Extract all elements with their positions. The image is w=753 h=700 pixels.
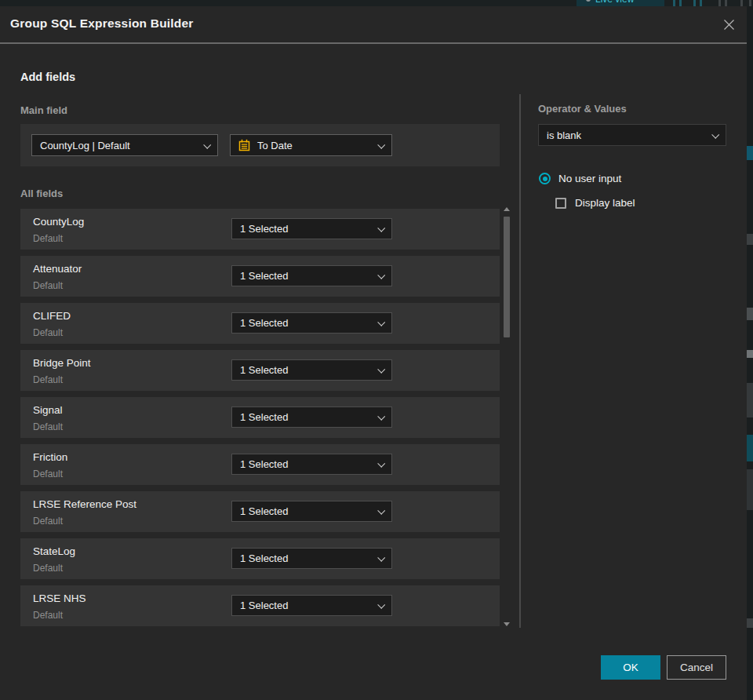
chevron-down-icon <box>203 140 211 148</box>
no-user-input-radio[interactable] <box>539 173 551 184</box>
dialog-title: Group SQL Expression Builder <box>10 16 194 31</box>
main-field-select-value: CountyLog | Default <box>40 140 130 151</box>
series-bar-icon <box>718 0 721 6</box>
field-layer-sub-label: Default <box>33 563 63 574</box>
add-fields-heading: Add fields <box>20 71 75 83</box>
field-layer-sub-label: Default <box>33 468 63 479</box>
field-selection-value: 1 Selected <box>240 364 288 376</box>
field-selection-select[interactable]: 1 Selected <box>231 218 392 239</box>
display-label-option[interactable]: Display label <box>555 197 635 209</box>
underlying-app-right-edge <box>747 6 753 700</box>
field-layer-sub-label: Default <box>33 327 63 338</box>
list-scrollbar[interactable] <box>503 206 512 629</box>
field-selection-select[interactable]: 1 Selected <box>231 407 392 428</box>
all-fields-label: All fields <box>20 188 63 199</box>
underlay-fragment <box>747 234 753 245</box>
field-name: LRSE NHS <box>33 592 86 604</box>
display-label-text: Display label <box>575 197 635 209</box>
chevron-down-icon <box>377 366 385 374</box>
field-selection-value: 1 Selected <box>240 270 288 282</box>
live-view-button[interactable]: Live view <box>577 0 664 6</box>
operator-select-value: is blank <box>547 129 581 141</box>
field-row: Signal Default 1 Selected <box>20 397 500 438</box>
field-selection-select[interactable]: 1 Selected <box>231 312 392 334</box>
chevron-down-icon <box>377 224 385 232</box>
field-selection-select[interactable]: 1 Selected <box>231 265 392 286</box>
field-name: Friction <box>33 451 67 463</box>
no-user-input-option[interactable]: No user input <box>539 173 621 184</box>
underlying-app-top-edge: Live view <box>0 0 753 6</box>
field-row: CLIFED Default 1 Selected <box>20 303 500 344</box>
field-selection-value: 1 Selected <box>240 223 288 235</box>
underlay-fragment <box>747 383 753 417</box>
chevron-down-icon <box>377 554 385 562</box>
underlay-fragment <box>747 435 753 461</box>
scrollbar-thumb[interactable] <box>504 217 510 337</box>
field-selection-value: 1 Selected <box>240 600 288 611</box>
dialog-header: Group SQL Expression Builder <box>0 6 747 44</box>
underlay-fragment <box>747 146 753 160</box>
panel-divider <box>519 94 521 628</box>
chevron-down-icon <box>377 601 385 609</box>
date-type-select-value: To Date <box>257 140 293 151</box>
chevron-down-icon <box>377 507 385 515</box>
no-user-input-label: No user input <box>558 173 621 184</box>
field-layer-sub-label: Default <box>33 516 63 527</box>
field-layer-sub-label: Default <box>33 610 63 621</box>
field-layer-sub-label: Default <box>33 421 63 432</box>
field-name: Bridge Point <box>33 357 91 369</box>
field-selection-select[interactable]: 1 Selected <box>231 595 392 616</box>
date-type-select[interactable]: To Date <box>230 134 392 156</box>
calendar-icon <box>238 139 250 151</box>
field-row: Bridge Point Default 1 Selected <box>20 350 500 391</box>
chevron-down-icon <box>711 130 719 138</box>
screen: Live view Group SQL Expression Builder A… <box>0 0 753 700</box>
operator-select[interactable]: is blank <box>538 124 726 146</box>
live-dot-icon <box>586 0 591 2</box>
main-field-label: Main field <box>20 104 67 116</box>
field-layer-sub-label: Default <box>33 374 63 385</box>
display-label-checkbox[interactable] <box>555 198 566 209</box>
field-selection-value: 1 Selected <box>240 458 288 470</box>
field-selection-select[interactable]: 1 Selected <box>231 359 392 381</box>
chevron-down-icon <box>377 460 385 468</box>
main-field-select[interactable]: CountyLog | Default <box>31 134 218 156</box>
series-bar-icon <box>679 0 682 6</box>
chevron-down-icon <box>377 272 385 279</box>
field-selection-select[interactable]: 1 Selected <box>231 454 392 475</box>
series-bar-icon <box>700 0 702 6</box>
field-layer-sub-label: Default <box>33 233 63 244</box>
series-bar-icon <box>673 0 675 6</box>
field-row: Friction Default 1 Selected <box>20 444 500 485</box>
all-fields-list: CountyLog Default 1 Selected Attenuator … <box>20 209 500 633</box>
series-bar-icon <box>749 0 751 6</box>
operator-values-heading: Operator & Values <box>538 103 627 115</box>
field-name: CLIFED <box>33 310 71 322</box>
field-selection-select[interactable]: 1 Selected <box>231 501 392 522</box>
series-bar-icon <box>740 0 743 6</box>
field-row: LRSE NHS Default 1 Selected <box>20 585 500 626</box>
field-selection-value: 1 Selected <box>240 552 288 564</box>
field-layer-sub-label: Default <box>33 280 63 291</box>
field-selection-value: 1 Selected <box>240 505 288 517</box>
cancel-button[interactable]: Cancel <box>667 655 726 680</box>
field-row: LRSE Reference Post Default 1 Selected <box>20 491 500 532</box>
field-name: CountyLog <box>33 216 84 228</box>
field-name: Signal <box>33 404 63 416</box>
scroll-down-arrow-icon[interactable] <box>504 622 510 626</box>
field-selection-select[interactable]: 1 Selected <box>231 548 392 569</box>
series-bar-icon <box>693 0 696 6</box>
field-name: LRSE Reference Post <box>33 498 136 510</box>
underlay-fragment <box>747 308 753 320</box>
chevron-down-icon <box>377 140 385 148</box>
main-field-row: CountyLog | Default To Date <box>20 124 500 166</box>
ok-button[interactable]: OK <box>601 655 660 680</box>
field-row: Attenuator Default 1 Selected <box>20 256 500 297</box>
field-selection-value: 1 Selected <box>240 317 288 329</box>
scroll-up-arrow-icon[interactable] <box>504 207 510 211</box>
field-row: CountyLog Default 1 Selected <box>20 209 500 250</box>
field-name: StateLog <box>33 545 75 557</box>
underlay-fragment <box>747 618 753 628</box>
chevron-down-icon <box>377 319 385 326</box>
close-icon[interactable] <box>721 16 737 32</box>
